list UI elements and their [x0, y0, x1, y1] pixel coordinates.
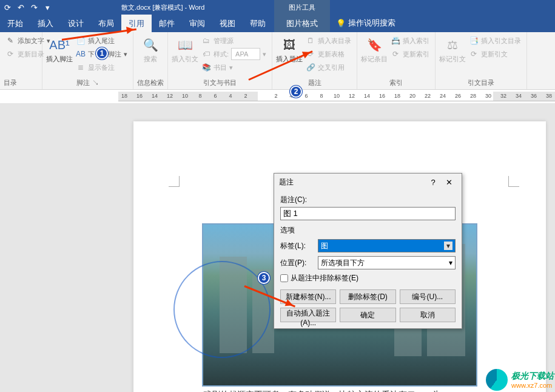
insert-tof-button[interactable]: 🗒插入表目录 [304, 34, 353, 47]
search-button[interactable]: 🔍 搜索 [137, 34, 164, 78]
ruler-area: 1816141210864224681012141618202224262830… [0, 90, 555, 103]
tab-picture-format[interactable]: 图片工具 图片格式 [274, 15, 330, 32]
group-captions: 🖼 插入题注 🗒插入表目录 ⟳更新表格 🔗交叉引用 题注 [272, 32, 357, 89]
bibliography-button[interactable]: 📚书目▾ [200, 61, 268, 74]
ruler-tick: 16 [379, 93, 385, 99]
ruler-tick: 8 [320, 93, 323, 99]
qat-dropdown-icon[interactable]: ▾ [42, 3, 52, 13]
next-footnote-icon: AB [76, 49, 86, 59]
group-label-footnotes: 脚注 ↘ [46, 78, 129, 89]
annotation-badge-3: 3 [258, 272, 270, 284]
label-field-label: 标签(L): [280, 241, 313, 251]
manage-sources-button[interactable]: 🗂管理源 [200, 34, 268, 47]
update-icon: ⟳ [5, 49, 15, 59]
numbering-button[interactable]: 编号(U)... [400, 289, 456, 304]
dialog-titlebar: 题注 ? ✕ [274, 174, 462, 191]
group-label-citations: 引文与书目 [172, 78, 268, 89]
group-label-captions: 题注 [276, 78, 353, 89]
update-icon: ⟳ [391, 49, 400, 59]
chevron-down-icon: ▾ [444, 242, 452, 250]
exclude-label-checkbox[interactable]: 从题注中排除标签(E) [280, 273, 456, 283]
ruler-tick: 18 [394, 93, 400, 99]
group-label-toa: 引文目录 [439, 78, 523, 89]
watermark: 极光下载站 www.xz7.com [486, 369, 554, 391]
group-citations: 📖 插入引文 🗂管理源 🏷样式: APA▾ 📚书目▾ 引文与书目 [168, 32, 272, 89]
style-icon: 🏷 [201, 49, 211, 59]
ruler-tick: 14 [364, 93, 370, 99]
chevron-down-icon: ▾ [124, 50, 127, 58]
ribbon: ✎添加文字▾ ⟳更新目录 目录 AB¹ 插入脚注 📄插入尾注 AB下一条脚注▾ … [0, 32, 555, 90]
ruler-tick: 12 [167, 93, 173, 99]
document-title: 散文.docx [兼容模式] - Word [121, 3, 204, 12]
citation-icon: 📖 [175, 35, 195, 55]
ok-button[interactable]: 确定 [340, 308, 395, 322]
mark-citation-icon: ⚖ [443, 35, 462, 55]
ruler-tick: 4 [229, 93, 232, 99]
ruler-tick: 14 [152, 93, 158, 99]
tab-mailings[interactable]: 邮件 [152, 15, 182, 32]
auto-caption-button[interactable]: 自动插入题注(A)... [280, 308, 336, 322]
dialog-launcher-icon[interactable]: ↘ [92, 79, 99, 86]
tell-me-search[interactable]: 💡 操作说明搜索 [330, 14, 402, 32]
exclude-label-text: 从题注中排除标签(E) [291, 273, 358, 283]
toa-icon: 📑 [469, 36, 479, 46]
group-research: 🔍 搜索 信息检索 [133, 32, 168, 89]
ruler-tick: 16 [136, 93, 143, 99]
tab-start[interactable]: 开始 [0, 15, 30, 32]
undo-icon[interactable]: ↶ [16, 3, 25, 13]
style-dropdown[interactable]: 🏷样式: APA▾ [200, 47, 268, 61]
help-button[interactable]: ? [425, 178, 441, 187]
search-icon: 🔍 [141, 35, 160, 55]
caption-icon: 🖼 [280, 35, 299, 55]
insert-citation-button[interactable]: 📖 插入引文 [172, 34, 198, 78]
ruler-tick: 30 [485, 93, 491, 99]
label-dropdown[interactable]: 图▾ [318, 239, 456, 252]
update-toa-button[interactable]: ⟳更新引文 [467, 47, 523, 61]
crop-mark-icon [169, 176, 180, 187]
delete-label-button[interactable]: 删除标签(D) [340, 289, 395, 304]
group-label-research: 信息检索 [137, 78, 164, 89]
tab-help[interactable]: 帮助 [243, 15, 273, 32]
ruler-tick: 32 [500, 93, 506, 99]
insert-toa-button[interactable]: 📑插入引文目录 [467, 34, 523, 47]
insert-index-button[interactable]: 📇插入索引 [389, 34, 431, 47]
lightbulb-icon: 💡 [336, 19, 346, 28]
tab-insert[interactable]: 插入 [30, 15, 61, 32]
cancel-button[interactable]: 取消 [400, 308, 456, 322]
tab-view[interactable]: 视图 [212, 15, 243, 32]
tab-design[interactable]: 设计 [61, 15, 91, 32]
caption-input[interactable] [280, 207, 456, 220]
update-icon: ⟳ [469, 49, 479, 59]
chevron-down-icon: ▾ [263, 50, 266, 58]
ruler-tick: 34 [516, 93, 522, 99]
tab-layout[interactable]: 布局 [91, 15, 121, 32]
horizontal-ruler[interactable]: 1816141210864224681012141618202224262830… [118, 92, 555, 101]
insert-footnote-button[interactable]: AB¹ 插入脚注 [46, 34, 73, 78]
tof-icon: 🗒 [306, 36, 315, 46]
tell-me-label: 操作说明搜索 [348, 18, 395, 29]
ruler-tick: 24 [440, 93, 446, 99]
redo-icon[interactable]: ↷ [29, 3, 39, 13]
group-label-toc: 目录 [4, 78, 38, 89]
autosave-icon[interactable]: ⟳ [2, 3, 12, 13]
mark-entry-button[interactable]: 🔖 标记条目 [361, 34, 388, 78]
show-notes-button[interactable]: ≣显示备注 [74, 61, 129, 74]
ruler-tick: 8 [198, 93, 201, 99]
group-footnotes: AB¹ 插入脚注 📄插入尾注 AB下一条脚注▾ ≣显示备注 脚注 ↘ [42, 32, 133, 89]
group-toc: ✎添加文字▾ ⟳更新目录 目录 [0, 32, 42, 89]
exclude-checkbox-input[interactable] [280, 274, 288, 282]
close-button[interactable]: ✕ [441, 178, 457, 187]
position-dropdown[interactable]: 所选项目下方▾ [318, 256, 456, 269]
body-text: 戏剧的起源实不可考，有多种假说。比较主流的看法有二：一为 [203, 390, 441, 392]
ruler-tick: 28 [470, 93, 476, 99]
mark-citation-button[interactable]: ⚖ 标记引文 [439, 34, 466, 78]
group-toa: ⚖ 标记引文 📑插入引文目录 ⟳更新引文 引文目录 [436, 32, 527, 89]
ruler-tick: 10 [182, 93, 188, 99]
ruler-tick: 2 [274, 93, 277, 99]
picture-tools-header: 图片工具 [274, 0, 330, 15]
tab-review[interactable]: 审阅 [182, 15, 212, 32]
ruler-tick: 20 [409, 93, 415, 99]
add-text-icon: ✎ [5, 36, 15, 46]
cross-ference-button[interactable]: 🔗交叉引用 [304, 61, 353, 74]
update-index-button[interactable]: ⟳更新索引 [389, 47, 431, 61]
